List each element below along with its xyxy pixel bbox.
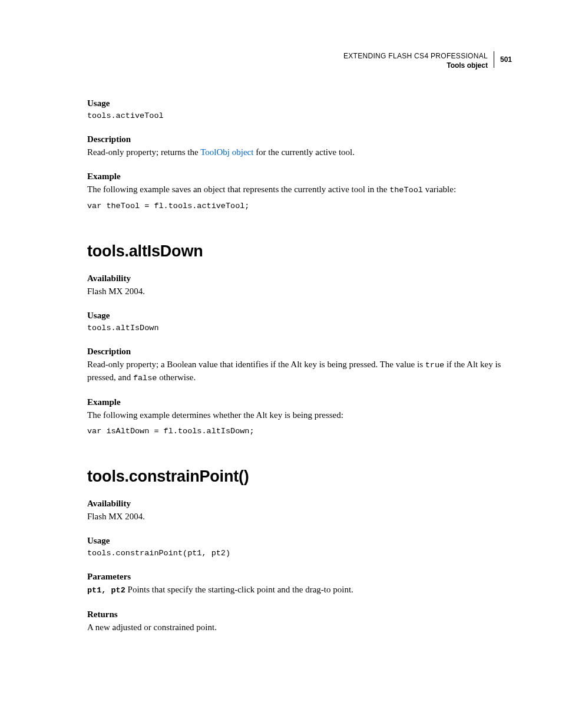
ex-post: variable: [423, 185, 456, 194]
parameters-label: Parameters [87, 572, 512, 582]
parameters-text: pt1, pt2 Points that specify the startin… [87, 584, 512, 597]
description-text: Read-only property; a Boolean value that… [87, 358, 512, 384]
param-desc: Points that specify the starting-click p… [125, 585, 353, 594]
usage-label: Usage [87, 98, 512, 108]
page-number: 501 [494, 51, 512, 68]
example-code: var theTool = fl.tools.activeTool; [87, 201, 512, 212]
description-label: Description [87, 347, 512, 357]
param-names: pt1, pt2 [87, 586, 125, 595]
desc-post: otherwise. [157, 373, 196, 382]
example-label: Example [87, 397, 512, 407]
desc-pre: Read-only property; a Boolean value that… [87, 360, 425, 369]
example-label: Example [87, 172, 512, 182]
doc-section: Tools object [343, 61, 488, 70]
usage-label: Usage [87, 311, 512, 321]
usage-code: tools.constrainPoint(pt1, pt2) [87, 548, 512, 559]
availability-text: Flash MX 2004. [87, 285, 512, 298]
returns-text: A new adjusted or constrained point. [87, 621, 512, 634]
desc-post: for the currently active tool. [253, 147, 355, 157]
doc-title: EXTENDING FLASH CS4 PROFESSIONAL [343, 52, 488, 61]
header-text: EXTENDING FLASH CS4 PROFESSIONAL Tools o… [343, 52, 494, 70]
desc-pre: Read-only property; returns the [87, 147, 200, 157]
returns-label: Returns [87, 610, 512, 620]
example-code: var isAltDown = fl.tools.altIsDown; [87, 426, 512, 437]
method-heading-altisdown: tools.altIsDown [87, 242, 512, 261]
example-text: The following example saves an object th… [87, 183, 512, 196]
description-label: Description [87, 134, 512, 144]
true-code: true [425, 361, 444, 370]
ex-pre: The following example saves an object th… [87, 185, 389, 194]
page-header: EXTENDING FLASH CS4 PROFESSIONAL Tools o… [87, 52, 512, 70]
availability-label: Availability [87, 274, 512, 284]
example-text: The following example determines whether… [87, 409, 512, 421]
availability-text: Flash MX 2004. [87, 510, 512, 523]
availability-label: Availability [87, 499, 512, 509]
ex-inline-code: theTool [389, 186, 423, 195]
description-text: Read-only property; returns the ToolObj … [87, 146, 512, 159]
usage-code: tools.activeTool [87, 111, 512, 121]
method-heading-constrainpoint: tools.constrainPoint() [87, 467, 512, 486]
false-code: false [133, 374, 157, 383]
toolobj-link[interactable]: ToolObj object [200, 147, 253, 157]
usage-code: tools.altIsDown [87, 323, 512, 334]
usage-label: Usage [87, 536, 512, 546]
